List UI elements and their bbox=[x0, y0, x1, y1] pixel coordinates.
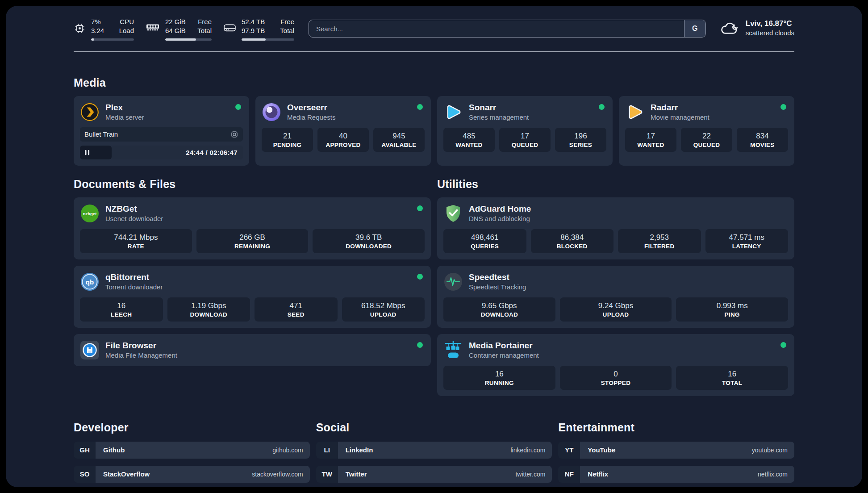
cpu-label: CPU bbox=[119, 17, 134, 26]
status-dot bbox=[417, 274, 423, 280]
link-url: github.com bbox=[272, 447, 303, 454]
stat-box: 945AVAILABLE bbox=[373, 128, 425, 152]
app-description: Media server bbox=[105, 113, 144, 121]
link-url: stackoverflow.com bbox=[252, 471, 303, 478]
stat-box: 196SERIES bbox=[555, 128, 606, 152]
filebrowser-icon bbox=[80, 340, 100, 360]
section-title-entertainment: Entertainment bbox=[558, 421, 794, 434]
stat-box: 16RUNNING bbox=[443, 366, 555, 390]
system-monitors: 7% 3.24 CPU Load bbox=[74, 17, 294, 41]
stat-box: 266 GBREMAINING bbox=[196, 229, 309, 253]
link-url: netflix.com bbox=[758, 471, 788, 478]
nzbget-icon: nzbget bbox=[80, 204, 100, 223]
status-dot bbox=[599, 104, 605, 110]
radarr-icon bbox=[625, 102, 645, 122]
memory-free-label: Free bbox=[197, 17, 212, 26]
stat-box: 498,461QUERIES bbox=[443, 229, 526, 253]
app-name: Plex bbox=[105, 103, 144, 113]
app-card-portainer[interactable]: Media Portainer Container management 16R… bbox=[437, 334, 794, 396]
app-card-adguard[interactable]: AdGuard Home DNS and adblocking 498,461Q… bbox=[437, 197, 794, 259]
storage-free-value: 52.4 TB bbox=[242, 17, 265, 26]
ram-icon bbox=[146, 22, 160, 41]
app-name: Overseerr bbox=[287, 103, 335, 113]
memory-free-value: 22 GiB bbox=[165, 17, 186, 26]
stat-box: 2,953FILTERED bbox=[618, 229, 701, 253]
stat-box: 17WANTED bbox=[625, 128, 676, 152]
link-name: Github bbox=[103, 446, 125, 454]
stat-box: 1.19 GbpsDOWNLOAD bbox=[167, 297, 250, 322]
stat-box: 16LEECH bbox=[80, 297, 163, 322]
link-name: YouTube bbox=[588, 446, 615, 454]
app-card-speedtest[interactable]: Speedtest Speedtest Tracking 9.65 GbpsDO… bbox=[437, 266, 794, 328]
stat-box: 39.6 TBDOWNLOADED bbox=[313, 229, 425, 253]
stat-box: 834MOVIES bbox=[737, 128, 788, 152]
link-linkedin[interactable]: LI LinkedIn linkedin.com bbox=[316, 442, 552, 459]
app-description: Speedtest Tracking bbox=[469, 283, 526, 291]
stat-box: 40APPROVED bbox=[317, 128, 369, 152]
app-name: NZBGet bbox=[105, 204, 163, 214]
stat-box: 0.993 msPING bbox=[676, 297, 788, 322]
link-abbr-badge: SO bbox=[74, 466, 96, 483]
app-name: Radarr bbox=[651, 103, 709, 113]
link-url: twitter.com bbox=[515, 471, 545, 478]
storage-progress-bar bbox=[242, 38, 294, 41]
section-entertainment: Entertainment YT YouTube youtube.com NF … bbox=[558, 421, 794, 488]
app-window: 7% 3.24 CPU Load bbox=[0, 0, 868, 493]
app-card-nzbget[interactable]: nzbget NZBGet Usenet downloader 744.21 M… bbox=[74, 197, 431, 259]
stat-box: 744.21 MbpsRATE bbox=[80, 229, 192, 253]
search-input[interactable] bbox=[309, 20, 684, 37]
status-dot bbox=[235, 104, 241, 110]
link-name: StackOverflow bbox=[103, 470, 150, 478]
app-card-overseerr[interactable]: Overseerr Media Requests 21PENDING 40APP… bbox=[255, 96, 431, 166]
adguard-icon bbox=[443, 204, 463, 223]
status-dot bbox=[417, 205, 423, 211]
storage-free-label: Free bbox=[280, 17, 294, 26]
search-engine-button[interactable]: G bbox=[684, 20, 705, 37]
link-netflix[interactable]: NF Netflix netflix.com bbox=[558, 466, 794, 483]
link-url: linkedin.com bbox=[511, 447, 546, 454]
link-stackoverflow[interactable]: SO StackOverflow stackoverflow.com bbox=[74, 466, 310, 483]
section-developer: Developer GH Github github.com SO StackO… bbox=[74, 421, 310, 488]
dashboard-page: 7% 3.24 CPU Load bbox=[6, 6, 862, 487]
link-youtube[interactable]: YT YouTube youtube.com bbox=[558, 442, 794, 459]
search-bar: G bbox=[309, 20, 706, 38]
stat-box: 618.52 MbpsUPLOAD bbox=[342, 297, 425, 322]
weather-widget[interactable]: Lviv, 16.87°C scattered clouds bbox=[719, 19, 794, 37]
link-github[interactable]: GH Github github.com bbox=[74, 442, 310, 459]
storage-total-label: Total bbox=[280, 26, 294, 35]
section-documents: Documents & Files nzbget NZBGet Usenet d… bbox=[74, 178, 431, 402]
stat-box: 86,384BLOCKED bbox=[531, 229, 614, 253]
app-card-sonarr[interactable]: Sonarr Series management 485WANTED 17QUE… bbox=[437, 96, 613, 166]
app-description: Container management bbox=[469, 351, 539, 359]
app-description: Media Requests bbox=[287, 113, 335, 121]
app-name: AdGuard Home bbox=[469, 204, 531, 214]
cpu-progress-bar bbox=[91, 38, 134, 41]
storage-total-value: 97.9 TB bbox=[242, 26, 265, 35]
app-name: qBittorrent bbox=[105, 272, 163, 283]
stat-box: 9.65 GbpsDOWNLOAD bbox=[443, 297, 555, 322]
link-twitter[interactable]: TW Twitter twitter.com bbox=[316, 466, 552, 483]
link-url: youtube.com bbox=[752, 447, 788, 454]
memory-total-label: Total bbox=[197, 26, 212, 35]
cloud-icon bbox=[719, 21, 740, 36]
section-utilities: Utilities bbox=[437, 178, 794, 402]
playback-progress-bar: 24:44 / 02:06:47 bbox=[80, 146, 243, 159]
portainer-icon bbox=[443, 340, 463, 360]
playback-time: 24:44 / 02:06:47 bbox=[186, 149, 243, 156]
link-abbr-badge: TW bbox=[316, 466, 338, 483]
app-name: Speedtest bbox=[469, 272, 526, 283]
stat-box: 471SEED bbox=[255, 297, 338, 322]
app-card-radarr[interactable]: Radarr Movie management 17WANTED 22QUEUE… bbox=[619, 96, 794, 166]
link-abbr-badge: NF bbox=[558, 466, 580, 483]
storage-monitor: 52.4 TB 97.9 TB Free Total bbox=[223, 17, 294, 41]
status-dot bbox=[780, 342, 786, 348]
app-card-filebrowser[interactable]: File Browser Media File Management bbox=[74, 334, 431, 366]
app-card-plex[interactable]: Plex Media server Bullet Train bbox=[74, 96, 249, 166]
sonarr-icon bbox=[443, 102, 463, 122]
memory-monitor: 22 GiB 64 GiB Free Total bbox=[146, 17, 212, 41]
cpu-load-label: Load bbox=[119, 26, 134, 35]
session-settings-icon[interactable] bbox=[230, 130, 238, 138]
weather-location-temp: Lviv, 16.87°C bbox=[746, 19, 794, 28]
app-name: Sonarr bbox=[469, 103, 529, 113]
app-card-qbittorrent[interactable]: qb qBittorrent Torrent downloader 16LEEC… bbox=[74, 266, 431, 328]
